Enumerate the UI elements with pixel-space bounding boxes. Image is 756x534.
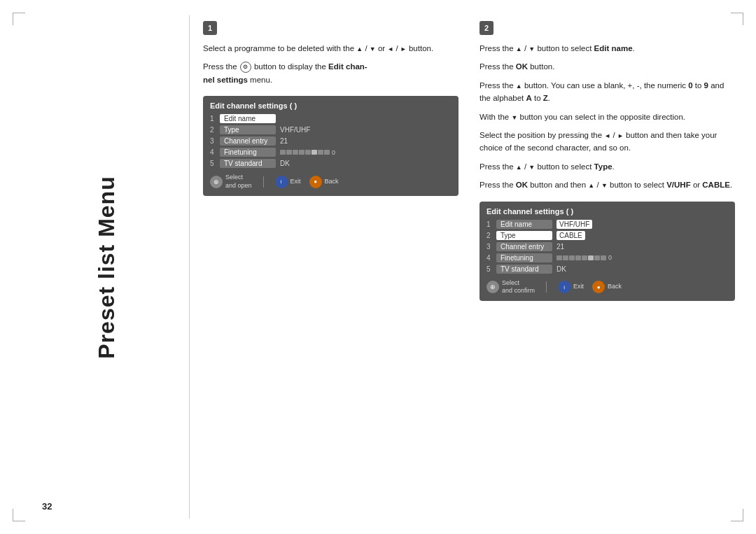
panel-2-value-3: 21 bbox=[556, 243, 564, 251]
panel-2-row-4: 4 Finetuning 0 bbox=[486, 253, 728, 262]
panel-1-row-5: 5 TV standard DK bbox=[210, 159, 451, 168]
panel-2-exit-btn: i Exit bbox=[558, 281, 584, 293]
step2-instruction-7: Press the OK button and then / button to… bbox=[479, 178, 735, 191]
arrow-up-icon bbox=[356, 44, 363, 52]
panel-1-label-3: Channel entry bbox=[220, 136, 276, 146]
column-2: 2 Press the / button to select Edit name… bbox=[479, 21, 735, 301]
corner-mark-bl bbox=[13, 509, 25, 521]
exit-icon-2: i bbox=[558, 281, 570, 293]
panel-1-footer: ⊕ Select and open i Exit ● Back bbox=[210, 174, 451, 190]
arrow-left-icon-2 bbox=[604, 131, 610, 139]
column-1: 1 Select a programme to be deleted with … bbox=[203, 21, 458, 301]
step-2-badge: 2 bbox=[479, 21, 493, 35]
panel-2-row-2: 2 Type CABLE bbox=[486, 231, 728, 240]
arrow-up-icon-4 bbox=[516, 162, 522, 171]
select-dpad-icon-2: ⊕ bbox=[486, 281, 499, 293]
panel-1-value-3: 21 bbox=[280, 137, 288, 145]
panel-1-title: Edit channel settings ( ) bbox=[210, 101, 451, 110]
corner-mark-tl bbox=[13, 13, 25, 25]
panel-1-label-1: Edit name bbox=[220, 114, 276, 123]
panel-1-label-5: TV standard bbox=[220, 159, 276, 168]
panel-2-label-3: Channel entry bbox=[496, 242, 552, 251]
content-area: 1 Select a programme to be deleted with … bbox=[203, 21, 735, 513]
step2-instruction-2: Press the OK button. bbox=[479, 60, 735, 73]
panel-1-row-1: 1 Edit name bbox=[210, 114, 451, 123]
step2-instruction-5: Select the position by pressing the / bu… bbox=[479, 129, 735, 155]
panel-1: Edit channel settings ( ) 1 Edit name 2 … bbox=[203, 96, 458, 195]
footer-sep-2 bbox=[546, 281, 547, 293]
panel-2-row-3: 3 Channel entry 21 bbox=[486, 242, 728, 251]
columns-container: 1 Select a programme to be deleted with … bbox=[203, 21, 735, 301]
step1-instruction-2: Press the ⊙ button to display the Edit c… bbox=[203, 60, 458, 86]
arrow-down-icon-3 bbox=[511, 113, 517, 121]
panel-2-value-5: DK bbox=[556, 265, 566, 273]
back-icon-2: ● bbox=[592, 281, 605, 293]
panel-1-row-4: 4 Finetuning 0 bbox=[210, 148, 451, 157]
arrow-down-icon-5 bbox=[601, 181, 608, 189]
panel-2-value-2: CABLE bbox=[556, 231, 585, 240]
panel-1-row-3: 3 Channel entry 21 bbox=[210, 136, 451, 146]
arrow-left-icon bbox=[387, 44, 393, 52]
panel-2-title: Edit channel settings ( ) bbox=[486, 207, 728, 216]
panel-2-label-1: Edit name bbox=[496, 220, 552, 229]
panel-1-value-2: VHF/UHF bbox=[280, 126, 310, 134]
panel-1-back-btn: ● Back bbox=[309, 176, 339, 188]
arrow-right-icon bbox=[400, 44, 407, 52]
panel-2-select-btn: ⊕ Select and confirm bbox=[486, 279, 535, 295]
ok-circle-icon: ⊙ bbox=[240, 62, 251, 73]
panel-2: Edit channel settings ( ) 1 Edit name VH… bbox=[479, 202, 735, 301]
back-icon: ● bbox=[309, 176, 322, 188]
panel-1-row-2: 2 Type VHF/UHF bbox=[210, 125, 451, 134]
panel-2-row-1: 1 Edit name VHF/UHF bbox=[486, 220, 728, 229]
finetune-bar-2 bbox=[556, 255, 606, 260]
step1-instruction-1: Select a programme to be deleted with th… bbox=[203, 42, 458, 55]
step2-instruction-3: Press the button. You can use a blank, +… bbox=[479, 79, 735, 105]
arrow-up-icon-3 bbox=[516, 81, 522, 90]
footer-sep-1 bbox=[263, 176, 264, 188]
panel-1-value-5: DK bbox=[280, 160, 290, 167]
panel-2-value-1: VHF/UHF bbox=[556, 220, 592, 229]
step2-instruction-1: Press the / button to select Edit name. bbox=[479, 42, 735, 55]
panel-1-label-4: Finetuning bbox=[220, 148, 276, 157]
exit-icon: i bbox=[275, 176, 288, 188]
panel-1-label-2: Type bbox=[220, 125, 276, 134]
panel-1-select-btn: ⊕ Select and open bbox=[210, 174, 252, 190]
panel-2-label-2: Type bbox=[496, 231, 552, 240]
page-title: Preset list Menu bbox=[94, 176, 120, 358]
select-dpad-icon: ⊕ bbox=[210, 176, 223, 188]
page-number: 32 bbox=[42, 501, 52, 512]
arrow-up-icon-2 bbox=[516, 44, 522, 52]
panel-2-footer: ⊕ Select and confirm i Exit ● Back bbox=[486, 279, 728, 295]
panel-2-label-4: Finetuning bbox=[496, 253, 552, 262]
arrow-down-icon-2 bbox=[528, 44, 535, 52]
panel-2-back-btn: ● Back bbox=[592, 281, 622, 293]
arrow-down-icon bbox=[370, 44, 376, 52]
arrow-down-icon-4 bbox=[528, 162, 535, 171]
step2-instruction-4: With the button you can select in the op… bbox=[479, 111, 735, 123]
step-1-badge: 1 bbox=[203, 21, 217, 35]
panel-2-label-5: TV standard bbox=[496, 265, 552, 274]
panel-2-row-5: 5 TV standard DK bbox=[486, 265, 728, 274]
divider-line bbox=[189, 15, 190, 519]
finetune-bar-1 bbox=[280, 150, 330, 155]
step2-instruction-6: Press the / button to select Type. bbox=[479, 160, 735, 173]
arrow-right-icon-2 bbox=[617, 131, 624, 139]
panel-1-exit-btn: i Exit bbox=[275, 176, 301, 188]
arrow-up-icon-5 bbox=[588, 181, 594, 189]
